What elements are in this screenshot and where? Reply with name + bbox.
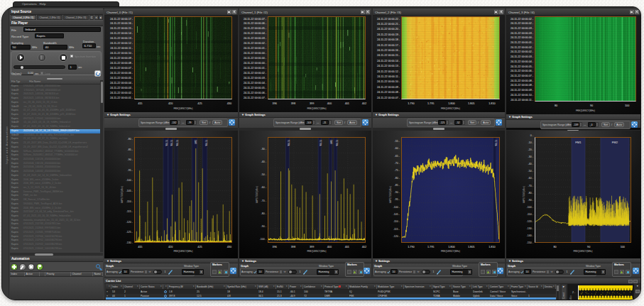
svg-text:TETRA: TETRA xyxy=(170,140,173,146)
svg-text:TETRA: TETRA xyxy=(165,140,168,146)
svg-text:TETRA: TETRA xyxy=(204,140,207,146)
svg-text:DMR: DMR xyxy=(194,140,197,144)
svg-text:TETRA: TETRA xyxy=(287,140,290,146)
svg-text:FM2: FM2 xyxy=(612,141,618,144)
svg-text:TETRA: TETRA xyxy=(319,140,322,146)
svg-text:FM1: FM1 xyxy=(575,141,582,144)
svg-text:TETRA: TETRA xyxy=(175,140,178,146)
svg-text:TETRA: TETRA xyxy=(335,140,338,146)
svg-text:DMR: DMR xyxy=(329,140,332,144)
svg-text:TETRA: TETRA xyxy=(494,140,497,146)
